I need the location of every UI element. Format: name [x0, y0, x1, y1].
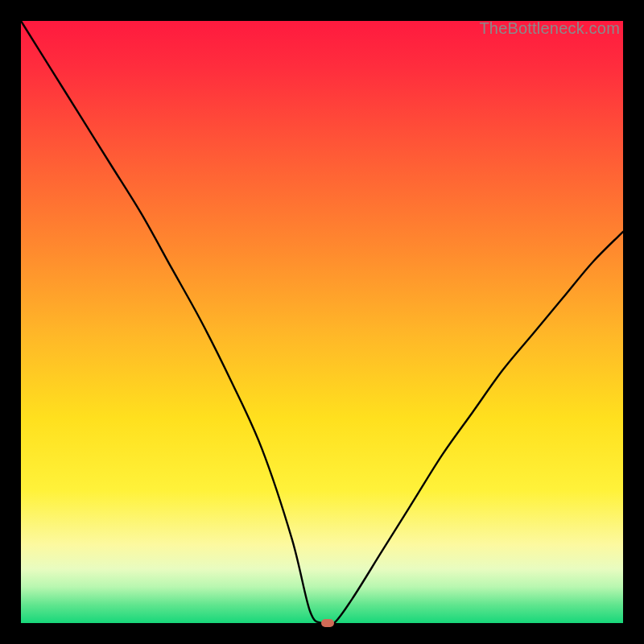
chart-plot-area: TheBottleneck.com — [21, 21, 623, 623]
chart-frame: TheBottleneck.com — [11, 11, 633, 633]
bottleneck-curve — [21, 21, 623, 623]
optimal-point-marker — [321, 619, 334, 627]
curve-path — [21, 21, 623, 625]
